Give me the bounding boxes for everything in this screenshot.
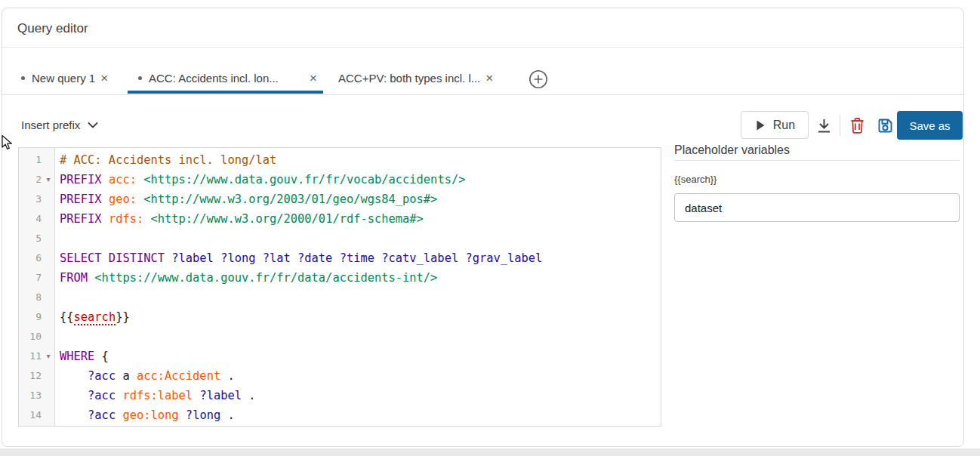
gutter-spacer [42,229,55,248]
code-line[interactable]: 6SELECT DISTINCT ?label ?long ?lat ?date… [19,248,661,268]
code-text: ?acc rdfs:label ?label . [55,386,256,405]
fold-toggle-icon[interactable]: ▾ [42,347,55,366]
line-number: 13 [19,386,42,405]
trash-icon [849,117,865,134]
code-lines: 1# ACC: Accidents incl. long/lat2▾PREFIX… [19,150,661,425]
page-background-strip [0,448,980,456]
delete-query-button[interactable] [848,116,866,134]
code-line[interactable]: 1# ACC: Accidents incl. long/lat [19,150,661,170]
line-number: 3 [19,189,42,209]
tab-acc-accidents[interactable]: ACC: Accidents incl. lon... × [128,63,323,94]
line-number: 8 [19,288,42,307]
code-line[interactable]: 12 ?acc a acc:Accident . [19,366,661,386]
line-number: 5 [19,229,42,248]
gutter-spacer [42,248,55,268]
gutter-spacer [42,405,55,425]
code-text: SELECT DISTINCT ?label ?long ?lat ?date … [55,248,542,268]
floppy-save-icon [877,117,894,134]
gutter-spacer [42,366,55,386]
line-number: 6 [19,248,42,268]
insert-prefix-label: Insert prefix [21,119,80,131]
code-text: PREFIX rdfs: <http://www.w3.org/2000/01/… [55,209,424,229]
save-as-button[interactable]: Save as [897,111,963,140]
code-line[interactable]: 4PREFIX rdfs: <http://www.w3.org/2000/01… [19,209,661,229]
gutter-spacer [42,327,55,347]
gutter-spacer [42,150,55,170]
search-variable-input[interactable] [674,193,960,222]
code-line[interactable]: 13 ?acc rdfs:label ?label . [19,386,661,405]
tab-acc-pv-both-types[interactable]: ACC+PV: both types incl. l... × [338,63,493,94]
query-editor-card: Query editor New query 1 × ACC: Accident… [2,8,964,447]
code-text: PREFIX geo: <http://www.w3.org/2003/01/g… [55,189,437,209]
close-icon[interactable]: × [485,72,493,85]
gutter-spacer [42,288,55,307]
code-text [55,288,60,307]
code-line[interactable]: 5 [19,229,661,248]
add-tab-button[interactable] [529,69,548,89]
tab-label: ACC+PV: both types incl. l... [338,72,480,85]
code-text: PREFIX acc: <https://www.data.gouv.fr/fr… [55,170,465,189]
line-number: 10 [19,327,42,347]
placeholder-panel-divider [674,160,960,161]
code-text: ?acc a acc:Accident . [55,366,235,386]
code-text: FROM <https://www.data.gouv.fr/fr/data/a… [55,268,437,288]
header-divider [2,47,963,48]
line-number: 4 [19,209,42,229]
download-icon [815,117,833,134]
page-title: Query editor [17,21,88,36]
sparql-editor[interactable]: 1# ACC: Accidents incl. long/lat2▾PREFIX… [18,147,661,427]
run-label: Run [773,119,795,132]
code-text: ?acc geo:long ?long . [55,405,235,425]
line-number: 9 [19,307,42,327]
tabbar-divider [2,94,963,95]
fold-toggle-icon[interactable]: ▾ [42,170,55,189]
code-text: # ACC: Accidents incl. long/lat [55,150,276,170]
close-icon[interactable]: × [100,72,108,85]
code-line[interactable]: 10 [19,327,661,347]
insert-prefix-dropdown[interactable]: Insert prefix [21,119,98,131]
code-line[interactable]: 9{{search}} [19,307,661,327]
unsaved-dot-icon [138,76,142,80]
tab-new-query-1[interactable]: New query 1 × [21,63,108,94]
line-number: 14 [19,405,42,425]
gutter-spacer [42,386,55,405]
gutter-spacer [42,307,55,327]
download-query-button[interactable] [815,116,833,134]
chevron-down-icon [88,122,98,128]
gutter-spacer [42,189,55,209]
code-line[interactable]: 8 [19,288,661,307]
line-number: 1 [19,150,42,170]
line-number: 12 [19,366,42,386]
code-text [55,327,60,347]
close-icon[interactable]: × [310,72,317,85]
save-query-button[interactable] [876,116,894,134]
line-number: 7 [19,268,42,288]
unsaved-dot-icon [21,76,25,80]
tab-label: ACC: Accidents incl. lon... [149,72,279,85]
code-line[interactable]: 7FROM <https://www.data.gouv.fr/fr/data/… [19,268,661,288]
code-line[interactable]: 2▾PREFIX acc: <https://www.data.gouv.fr/… [19,170,661,189]
line-number: 11 [19,347,42,366]
code-text [55,229,60,248]
play-icon [754,119,766,131]
code-text: {{search}} [55,307,130,327]
line-number: 2 [19,170,42,189]
placeholder-panel-title: Placeholder variables [674,143,790,157]
search-variable-label: {{search}} [674,174,717,185]
code-text: WHERE { [55,347,109,366]
gutter-spacer [42,268,55,288]
run-button[interactable]: Run [741,111,809,139]
code-line[interactable]: 3PREFIX geo: <http://www.w3.org/2003/01/… [19,189,661,209]
code-line[interactable]: 11▾WHERE { [19,347,661,366]
toolbar-divider [840,115,840,136]
gutter-spacer [42,209,55,229]
plus-circle-icon [529,69,548,89]
code-line[interactable]: 14 ?acc geo:long ?long . [19,405,661,425]
tab-label: New query 1 [32,72,95,85]
